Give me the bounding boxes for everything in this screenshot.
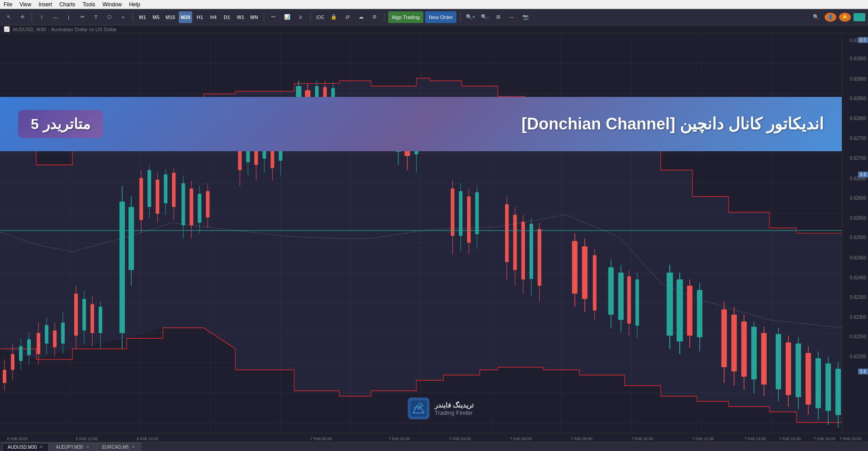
btn-algo-trading[interactable]: Algo Trading — [388, 11, 423, 23]
tool-line[interactable]: / — [36, 11, 47, 23]
tab-audusd-m30[interactable]: AUDUSD,M30 ✕ — [2, 443, 49, 451]
tool-fib[interactable]: ≈ — [117, 11, 129, 23]
svg-rect-122 — [582, 246, 588, 299]
sep5 — [384, 13, 384, 22]
tf-mn[interactable]: MN — [248, 11, 260, 23]
price-62700: 0.62700 — [850, 156, 866, 161]
btn-ide[interactable]: IDE — [314, 11, 326, 23]
price-62550: 0.62550 — [850, 216, 866, 221]
btn-zoom-out[interactable]: 🔍- — [479, 11, 491, 23]
svg-rect-70 — [198, 194, 201, 223]
price-highlight-bot: 0.6 — [858, 369, 868, 374]
price-62650: 0.62650 — [850, 176, 866, 181]
svg-rect-66 — [181, 183, 185, 226]
svg-rect-156 — [796, 344, 801, 397]
btn-autoscroll[interactable]: ↔ — [506, 11, 518, 23]
sep2 — [133, 13, 133, 22]
tool-hline[interactable]: — — [49, 11, 61, 23]
svg-rect-34 — [27, 339, 31, 355]
tool-arrow[interactable]: ↖ — [3, 11, 14, 23]
tab-label-audjpy: AUDJPY,M30 — [56, 445, 83, 450]
svg-rect-138 — [687, 286, 693, 336]
chart-type-bar[interactable]: 📊 — [281, 11, 293, 23]
menu-bar: File View Insert Charts Tools Window Hel… — [0, 0, 868, 9]
tab-eurcad-m5[interactable]: EURCAD,M5 ✕ — [96, 443, 141, 451]
tab-bar: AUDUSD,M30 ✕ AUDJPY,M30 ✕ EURCAD,M5 ✕ — [0, 442, 868, 451]
price-62450: 0.62450 — [850, 255, 866, 260]
svg-rect-42 — [61, 322, 65, 343]
sep1 — [32, 13, 32, 22]
watermark-text: تریدینگ فایندر Trading Finder — [435, 401, 474, 416]
btn-cloud[interactable]: ☁ — [355, 11, 367, 23]
btn-lock[interactable]: 🔒 — [328, 11, 340, 23]
btn-green-indicator[interactable] — [854, 13, 865, 21]
btn-zoom-in[interactable]: 🔍+ — [464, 11, 477, 23]
svg-rect-46 — [82, 299, 86, 331]
menu-tools[interactable]: Tools — [83, 1, 95, 8]
price-62950: 0.62950 — [850, 56, 866, 61]
btn-profile[interactable]: 👤 — [825, 13, 836, 22]
tf-m1[interactable]: M1 — [137, 11, 148, 23]
time-7feb1800: 7 Feb 18:00 — [814, 437, 835, 441]
svg-rect-160 — [816, 358, 821, 408]
time-7feb1200: 7 Feb 12:00 — [692, 437, 714, 441]
svg-rect-112 — [513, 215, 517, 270]
price-63000: 0.63000 — [850, 38, 866, 43]
tab-audjpy-m30[interactable]: AUDJPY,M30 ✕ — [50, 443, 95, 451]
svg-rect-158 — [806, 353, 811, 405]
tool-vline[interactable]: | — [63, 11, 75, 23]
svg-rect-164 — [835, 369, 841, 415]
btn-settings[interactable]: ⚙ — [369, 11, 380, 23]
btn-screenshot[interactable]: 📷 — [520, 11, 531, 23]
svg-rect-28 — [3, 370, 6, 383]
svg-rect-30 — [11, 354, 14, 370]
btn-search[interactable]: 🔍 — [810, 11, 822, 23]
svg-rect-142 — [721, 309, 727, 367]
svg-rect-140 — [697, 290, 702, 337]
tool-pen[interactable]: ✏ — [76, 11, 88, 23]
menu-file[interactable]: File — [4, 1, 12, 8]
tool-text[interactable]: T — [90, 11, 102, 23]
btn-notifications[interactable]: 🔔 — [839, 13, 851, 22]
svg-rect-148 — [751, 327, 757, 379]
svg-rect-132 — [636, 279, 639, 326]
tab-close-audusd[interactable]: ✕ — [39, 445, 43, 449]
svg-rect-126 — [608, 267, 614, 314]
tf-h4[interactable]: H4 — [208, 11, 219, 23]
btn-grid[interactable]: ⊞ — [493, 11, 504, 23]
tf-m5[interactable]: M5 — [150, 11, 162, 23]
btn-new-order[interactable]: New Order — [425, 11, 456, 23]
tf-w1[interactable]: W1 — [235, 11, 247, 23]
tool-shapes[interactable]: ⬡ — [104, 11, 115, 23]
btn-sync[interactable]: ⇄ — [342, 11, 353, 23]
tf-h1[interactable]: H1 — [194, 11, 206, 23]
tab-close-audjpy[interactable]: ✕ — [86, 445, 90, 449]
watermark: تریدینگ فایندر Trading Finder — [408, 398, 474, 419]
watermark-brand-en: Trading Finder — [435, 409, 474, 416]
chart-canvas[interactable] — [0, 34, 842, 433]
menu-window[interactable]: Window — [103, 1, 122, 8]
tab-label-eurcad: EURCAD,M5 — [102, 445, 129, 450]
tool-crosshair[interactable]: ✛ — [16, 11, 28, 23]
menu-insert[interactable]: Insert — [38, 1, 52, 8]
svg-rect-44 — [74, 293, 78, 336]
price-62250: 0.62250 — [850, 334, 866, 339]
svg-rect-120 — [572, 241, 578, 293]
time-7feb0400: 7 Feb 04:00 — [449, 437, 471, 441]
tab-close-eurcad[interactable]: ✕ — [132, 445, 135, 449]
toolbar: ↖ ✛ / — | ✏ T ⬡ ≈ M1 M5 M15 M30 H1 H4 D1… — [0, 9, 868, 25]
menu-help[interactable]: Help — [129, 1, 140, 8]
svg-rect-40 — [53, 331, 57, 347]
svg-rect-130 — [627, 276, 631, 323]
chart-type-candle[interactable]: 🕯 — [295, 11, 307, 23]
sep3 — [264, 13, 264, 22]
price-62400: 0.62400 — [850, 275, 866, 280]
menu-charts[interactable]: Charts — [59, 1, 75, 8]
tf-d1[interactable]: D1 — [221, 11, 233, 23]
menu-view[interactable]: View — [19, 1, 31, 8]
tf-m30[interactable]: M30 — [179, 11, 192, 23]
time-7feb0200: 7 Feb 02:00 — [389, 437, 410, 441]
tf-m15[interactable]: M15 — [164, 11, 177, 23]
chart-type-line[interactable]: 〜 — [268, 11, 280, 23]
svg-rect-150 — [761, 333, 767, 385]
